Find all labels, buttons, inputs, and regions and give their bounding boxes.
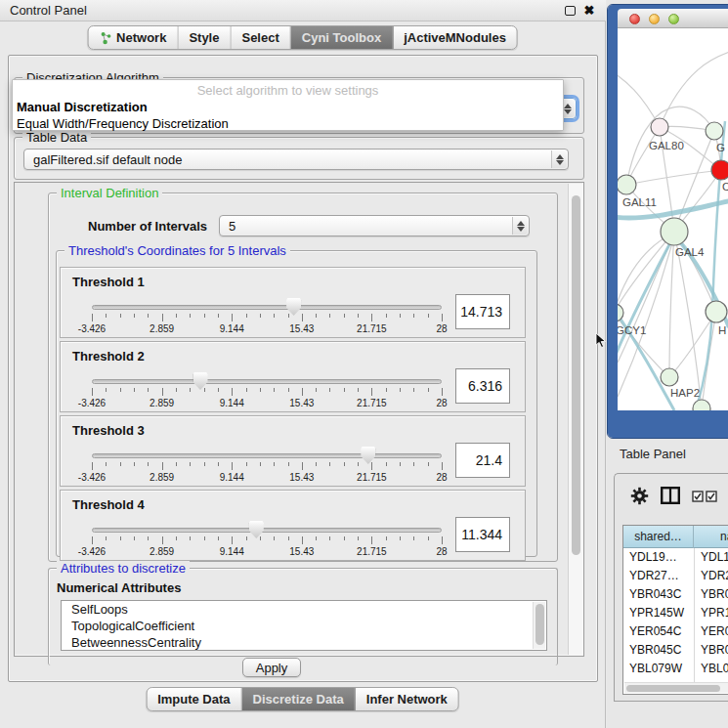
apply-button[interactable]: Apply: [242, 658, 301, 677]
panel-title: Control Panel: [10, 3, 87, 18]
network-node-c[interactable]: [711, 160, 728, 180]
network-node-partial[interactable]: [693, 400, 710, 410]
algorithm-placeholder-option[interactable]: Select algorithm to view settings: [13, 83, 563, 98]
node-label: H: [718, 324, 726, 336]
threshold-value-field[interactable]: 11.344: [455, 517, 510, 552]
algorithm-dropdown-popup: Select algorithm to view settings Manual…: [12, 79, 564, 131]
attributes-groupbox: Attributes to discretize Numerical Attri…: [48, 568, 558, 665]
node-label: GCY1: [618, 324, 646, 336]
network-node-h[interactable]: [706, 301, 727, 322]
threshold-panel-4: Threshold 4-3.4262.8599.14415.4321.71528…: [60, 490, 526, 561]
attribute-item-topologicalcoefficient[interactable]: TopologicalCoefficient: [62, 618, 546, 634]
scrollbar-thumb[interactable]: [626, 685, 720, 692]
interval-definition-groupbox: Interval Definition Number of Intervals …: [48, 193, 558, 562]
attribute-item-selfloops[interactable]: SelfLoops: [62, 601, 546, 618]
network-canvas[interactable]: GAL80GCGAL11GAL4GCY1HHAP2: [618, 28, 728, 410]
table-row[interactable]: YBL079WYBL07: [623, 660, 728, 678]
float-window-icon[interactable]: [565, 6, 576, 16]
network-node-gal80[interactable]: [651, 118, 668, 136]
network-node-g[interactable]: [706, 122, 723, 140]
tab-discretize-data[interactable]: Discretize Data: [242, 688, 356, 710]
number-of-intervals-label: Number of Intervals: [88, 219, 207, 234]
slider-tick-labels: -3.4262.8599.14415.4321.71528: [92, 398, 442, 409]
table-panel-window: shared… na YDL19…YDL19YDR27…YDR27YBR043C…: [614, 473, 728, 702]
network-view-window: GAL80GCGAL11GAL4GCY1HHAP2: [608, 5, 728, 438]
attribute-item-betweennesscentrality[interactable]: BetweennessCentrality: [62, 634, 546, 651]
columns-icon[interactable]: [661, 487, 680, 504]
column-header-name[interactable]: na: [695, 526, 728, 548]
threshold-panel-2: Threshold 2-3.4262.8599.14415.4321.71528…: [60, 341, 526, 412]
cell-name: YPR14: [701, 604, 728, 622]
node-label: G: [716, 142, 725, 153]
slider-track[interactable]: [92, 379, 442, 384]
table-row[interactable]: YER054CYER05: [623, 622, 728, 641]
slider-track[interactable]: [92, 453, 442, 458]
tab-select[interactable]: Select: [231, 26, 290, 49]
table-row[interactable]: YPR145WYPR14: [623, 604, 728, 622]
tab-style[interactable]: Style: [178, 26, 231, 49]
settings-vertical-scrollbar[interactable]: [568, 184, 582, 655]
cell-shared-name: YBR043C: [629, 585, 692, 604]
thresholds-groupbox: Threshold's Coordinates for 5 Intervals …: [56, 250, 537, 557]
close-icon[interactable]: ✖: [582, 2, 596, 18]
tab-cyni-toolbox[interactable]: Cyni Toolbox: [291, 26, 393, 49]
threshold-value-field[interactable]: 21.4: [455, 443, 510, 478]
slider-tick-labels: -3.4262.8599.14415.4321.71528: [92, 472, 442, 484]
table-panel-title: Table Panel: [620, 447, 686, 461]
tab-label: Select: [241, 30, 278, 45]
combo-stepper-icon: [551, 150, 567, 168]
attributes-group-label: Attributes to discretize: [57, 561, 190, 576]
network-node-hap2[interactable]: [661, 368, 678, 386]
network-node-gal11[interactable]: [618, 175, 636, 194]
scrollbar-thumb[interactable]: [572, 195, 580, 555]
slider-ticks: [92, 462, 442, 471]
slider-track[interactable]: [92, 528, 442, 533]
option-equal-width-frequency-discretization[interactable]: Equal Width/Frequency Discretization: [16, 116, 560, 133]
cell-shared-name: YDL19…: [629, 548, 692, 567]
tab-label: Cyni Toolbox: [302, 30, 381, 45]
close-traffic-icon[interactable]: [629, 14, 640, 24]
cell-name: YDR27: [701, 567, 728, 585]
cell-name: YER05: [701, 622, 728, 641]
cell-name: YDL19: [701, 548, 728, 567]
combo-stepper-icon: [512, 217, 528, 235]
bottom-tab-bar: Impute DataDiscretize DataInfer Network: [146, 687, 459, 711]
cell-shared-name: YDR27…: [629, 567, 692, 585]
app-root: Control Panel ✖ NetworkStyleSelectCyni T…: [0, 0, 728, 728]
network-node-gal4[interactable]: [661, 218, 688, 245]
cell-shared-name: YPR145W: [629, 604, 692, 622]
minimize-traffic-icon[interactable]: [649, 14, 660, 24]
gear-icon[interactable]: [630, 487, 649, 505]
table-row[interactable]: YBR043CYBR04: [623, 585, 728, 604]
threshold-value-field[interactable]: 14.713: [455, 294, 510, 329]
slider-track[interactable]: [92, 305, 442, 310]
option-manual-discretization[interactable]: Manual Discretization: [16, 100, 560, 116]
checkbox-icon[interactable]: [692, 491, 704, 502]
column-header-shared-name[interactable]: shared…: [623, 526, 694, 548]
table-horizontal-scrollbar[interactable]: [624, 682, 728, 693]
slider-tick-labels: -3.4262.8599.14415.4321.71528: [92, 323, 442, 335]
top-tab-bar: NetworkStyleSelectCyni ToolboxjActiveMNo…: [87, 25, 518, 50]
checkbox-icon[interactable]: [706, 491, 717, 502]
tab-impute-data[interactable]: Impute Data: [147, 688, 241, 710]
cell-name: YBR04: [701, 585, 728, 604]
tab-label: Impute Data: [157, 692, 230, 707]
tab-network[interactable]: Network: [88, 26, 178, 49]
tab-jactivemnodules[interactable]: jActiveMNodules: [393, 26, 517, 49]
threshold-label: Threshold 4: [72, 497, 145, 512]
table-row[interactable]: YDL19…YDL19: [623, 548, 728, 567]
control-panel: Control Panel ✖ NetworkStyleSelectCyni T…: [0, 0, 606, 728]
table-header-row: shared… na: [623, 526, 728, 548]
threshold-value-field[interactable]: 6.316: [455, 368, 510, 404]
number-of-intervals-combobox[interactable]: 5: [219, 215, 530, 236]
network-node-gcy1[interactable]: [618, 304, 623, 321]
tab-infer-network[interactable]: Infer Network: [356, 688, 458, 710]
scrollbar-thumb[interactable]: [535, 604, 544, 645]
list-vertical-scrollbar[interactable]: [533, 602, 545, 649]
node-table: shared… na YDL19…YDL19YDR27…YDR27YBR043C…: [622, 525, 728, 695]
maximize-traffic-icon[interactable]: [668, 14, 679, 24]
table-row[interactable]: YBR045CYBR04: [623, 641, 728, 660]
table-row[interactable]: YDR27…YDR27: [623, 567, 728, 585]
node-label: GAL11: [622, 196, 657, 208]
table-data-combobox[interactable]: galFiltered.sif default node: [23, 149, 569, 170]
